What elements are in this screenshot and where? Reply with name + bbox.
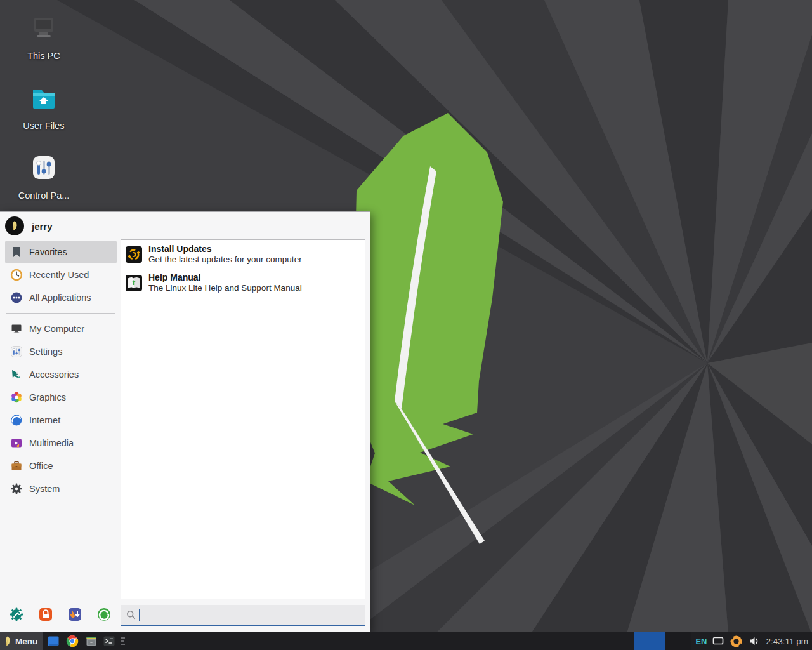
media-play-icon (10, 437, 23, 449)
sidebar-item-my-computer[interactable]: My Computer (5, 317, 117, 340)
desktop-icon-this-pc[interactable]: This PC (9, 13, 79, 61)
app-item-help-manual[interactable]: Help Manual The Linux Lite Help and Supp… (121, 269, 365, 297)
search-icon (126, 610, 136, 620)
sidebar-item-internet[interactable]: Internet (5, 409, 117, 432)
help-manual-icon (125, 274, 143, 292)
sidebar-item-label: My Computer (29, 324, 84, 334)
username-label: jerry (32, 221, 53, 232)
sidebar-item-label: Internet (29, 415, 60, 425)
sidebar-item-graphics[interactable]: Graphics (5, 386, 117, 409)
app-title: Help Manual (148, 272, 302, 283)
globe-icon (10, 414, 23, 427)
terminal-launcher[interactable] (103, 635, 115, 647)
archive-icon (87, 637, 96, 646)
sidebar-item-office[interactable]: Office (5, 454, 117, 477)
terminal-icon (104, 637, 115, 646)
sliders-icon (10, 345, 23, 358)
feather-menu-icon (2, 635, 13, 647)
app-subtitle: Get the latest updates for your computer (148, 255, 302, 265)
app-item-install-updates[interactable]: Install Updates Get the latest updates f… (121, 240, 365, 269)
control-panel-icon (28, 152, 60, 184)
text-caret (139, 609, 140, 621)
system-tray: EN 2:43:11 pm (695, 632, 809, 650)
sidebar-item-label: Settings (29, 347, 62, 357)
sidebar-item-recently-used[interactable]: Recently Used (5, 263, 117, 286)
sidebar-item-label: All Applications (29, 293, 91, 303)
menu-action-row (9, 607, 112, 622)
power-icon (98, 608, 110, 621)
desktop-icon-control-panel[interactable]: Control Pa... (9, 152, 79, 201)
feather-avatar-icon (8, 220, 21, 232)
clock-icon (10, 269, 23, 281)
install-updates-icon (125, 246, 143, 263)
sidebar-item-accessories[interactable]: Accessories (5, 363, 117, 386)
sidebar-item-label: Office (29, 461, 53, 471)
whisker-menu: jerry Favorites Recently Used All Applic… (0, 211, 370, 632)
panel-handle-icon[interactable] (120, 637, 126, 646)
taskbar-menu-button[interactable]: Menu (0, 632, 43, 650)
taskbar: Menu (0, 632, 812, 650)
workspace-switcher (634, 632, 691, 650)
folder-home-icon (28, 83, 60, 114)
sidebar-item-system[interactable]: System (5, 477, 117, 500)
switch-user-button[interactable] (67, 607, 82, 622)
sidebar-item-label: Graphics (29, 392, 66, 402)
menu-app-list: Install Updates Get the latest updates f… (121, 239, 365, 599)
menu-sidebar: Favorites Recently Used All Applications (5, 241, 117, 500)
sidebar-item-label: System (29, 484, 60, 494)
sidebar-item-label: Recently Used (29, 270, 89, 280)
menu-header: jerry (5, 216, 53, 236)
archive-launcher[interactable] (85, 635, 98, 647)
keyboard-layout-indicator[interactable]: EN (695, 637, 707, 646)
workspace-2[interactable] (665, 632, 691, 650)
briefcase-icon (10, 460, 23, 472)
switch-user-icon (69, 608, 81, 621)
volume-icon[interactable] (749, 635, 760, 647)
apps-grid-icon (10, 291, 23, 304)
search-input[interactable] (136, 605, 365, 625)
desktop-icon-label: User Files (9, 121, 79, 131)
sidebar-item-all-applications[interactable]: All Applications (5, 286, 117, 309)
sidebar-item-label: Favorites (29, 247, 67, 257)
quit-button[interactable] (96, 607, 112, 622)
chrome-icon (67, 635, 78, 647)
menu-button-label: Menu (15, 637, 37, 646)
settings-manager-button[interactable] (9, 607, 24, 622)
sidebar-item-label: Multimedia (29, 438, 74, 448)
workspace-1-active[interactable] (634, 632, 665, 650)
lock-icon (39, 608, 52, 621)
sidebar-separator (6, 313, 115, 314)
bookmark-icon (10, 246, 23, 258)
updates-available-icon[interactable] (730, 635, 743, 648)
computer-icon (10, 322, 23, 335)
app-title: Install Updates (148, 244, 302, 255)
settings-manager-icon (10, 608, 23, 621)
app-subtitle: The Linux Lite Help and Support Manual (148, 283, 302, 293)
sidebar-item-favorites[interactable]: Favorites (5, 241, 117, 263)
graphics-flower-icon (10, 391, 23, 404)
desktop-icon-label: This PC (9, 51, 79, 61)
display-icon[interactable] (712, 636, 724, 646)
sidebar-item-multimedia[interactable]: Multimedia (5, 432, 117, 454)
file-manager-icon (48, 637, 59, 646)
sidebar-item-label: Accessories (29, 369, 79, 380)
menu-search (121, 605, 365, 626)
clock[interactable]: 2:43:11 pm (766, 637, 809, 646)
file-manager-launcher[interactable] (47, 635, 60, 647)
chrome-launcher[interactable] (66, 635, 79, 647)
sidebar-item-settings[interactable]: Settings (5, 340, 117, 363)
computer-icon (28, 13, 60, 44)
desktop-icon-user-files[interactable]: User Files (9, 83, 79, 131)
accessories-icon (10, 368, 23, 381)
lock-screen-button[interactable] (38, 607, 53, 622)
desktop-icon-label: Control Pa... (9, 190, 79, 201)
gear-icon (10, 482, 23, 495)
user-avatar[interactable] (5, 216, 24, 235)
